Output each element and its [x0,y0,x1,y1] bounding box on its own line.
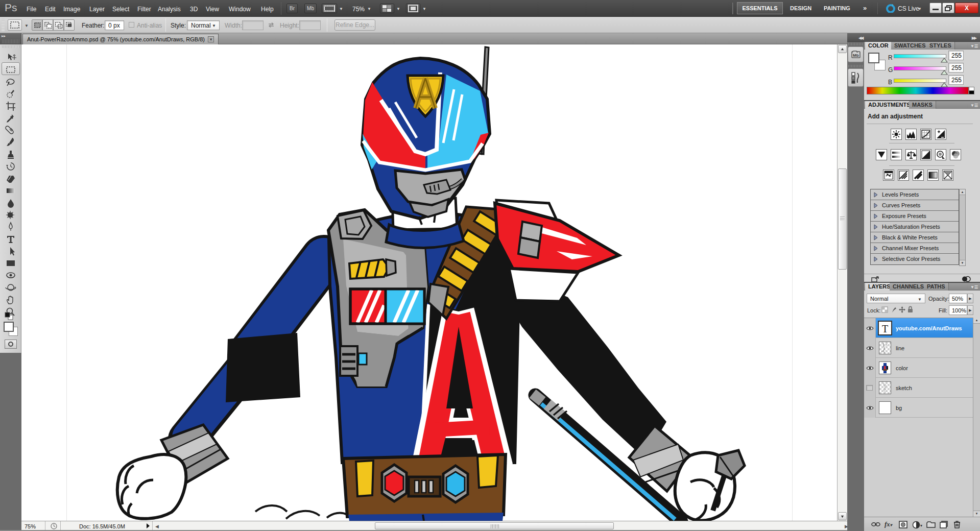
svg-text:Mb: Mb [853,53,859,58]
svg-text:*: * [892,4,894,8]
